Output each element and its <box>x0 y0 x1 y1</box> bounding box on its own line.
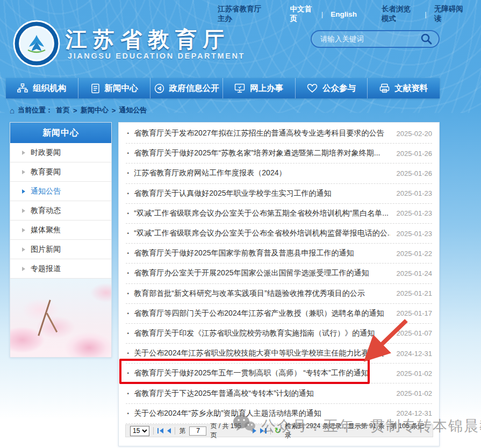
last-page-button[interactable] <box>260 428 267 433</box>
sidebar-item[interactable]: 教育要闻 <box>10 162 111 182</box>
sidebar-news-center: 新闻中心 时政要闻 教育要闻 通知公告 教育动态 媒体 <box>10 122 112 358</box>
search-button[interactable] <box>419 32 433 46</box>
notice-title-link[interactable]: 江苏省教育厅政府网站工作年度报表（2024） <box>134 168 390 178</box>
sidebar-item[interactable]: 专题报道 <box>10 259 111 279</box>
english-link[interactable]: English <box>331 10 357 18</box>
notice-date: 2025-01-07 <box>390 329 432 337</box>
notice-title-link[interactable]: 省教育厅等四部门关于公布2024年江苏省产业教授（兼职）选聘名单的通知 <box>134 309 390 318</box>
notice-title-link[interactable]: 省教育厅关于做好2025年国家学前教育普及普惠县申报工作的通知 <box>134 248 390 258</box>
first-page-button[interactable] <box>157 428 164 433</box>
online-service-icon <box>234 83 245 93</box>
notice-title-link[interactable]: “双减”工作省级联席会议办公室关于公布全省校外培训机构监督举报电话的公... <box>134 229 390 238</box>
next-page-button[interactable] <box>253 428 256 433</box>
sidebar-item-label: 教育要闻 <box>31 167 61 177</box>
magnolia-flower-image <box>10 279 111 357</box>
notice-title-link[interactable]: 关于公布2024年江苏省职业院校技能大赛中等职业学校班主任能力比赛获奖 <box>134 349 390 358</box>
triangle-bullet-icon <box>22 228 25 232</box>
sidebar-item[interactable]: 教育动态 <box>10 201 111 221</box>
search-icon <box>420 39 433 47</box>
breadcrumb-sep: > <box>112 106 116 115</box>
breadcrumb-notices[interactable]: 通知公告 <box>119 105 147 115</box>
notice-row: · 关于公布2024年“苏乡永助”资助育人主题活动结果的通知 2024-12-3… <box>126 404 432 424</box>
breadcrumb-news-center[interactable]: 新闻中心 <box>81 105 109 115</box>
notice-title-link[interactable]: 教育部首批“新文科研究与改革实践项目”结题验收推荐优秀项目的公示 <box>134 289 390 298</box>
notice-row: · 省教育厅关于做好2025年国家学前教育普及普惠县申报工作的通知 2025-0… <box>126 244 432 264</box>
divider <box>175 427 175 435</box>
notice-date: 2024-12-31 <box>390 409 432 417</box>
prev-page-button[interactable] <box>167 428 171 433</box>
nav-item-news-center[interactable]: 新闻中心 <box>78 78 151 98</box>
sidebar-item[interactable]: 媒体聚焦 <box>10 221 111 240</box>
page-size-select[interactable]: 15 <box>130 426 149 436</box>
sidebar-item-label: 媒体聚焦 <box>31 225 61 235</box>
department-emblem-logo <box>13 20 60 69</box>
home-icon: ⌂ <box>10 106 15 115</box>
refresh-icon[interactable]: ↻ <box>275 426 282 436</box>
nav-item-documents[interactable]: 文献资料 <box>368 78 440 98</box>
divider: | <box>321 10 324 18</box>
nav-label: 文献资料 <box>394 83 428 94</box>
archive-icon <box>379 83 390 93</box>
notice-row: · 江苏省教育厅政府网站工作年度报表（2024） 2025-01-26 <box>126 163 432 183</box>
elder-mode-link[interactable]: 长者浏览模式 <box>382 4 417 24</box>
sidebar-item-label: 通知公告 <box>31 187 61 196</box>
notice-title-link[interactable]: 省教育厅关于认真做好2025年职业学校学生实习工作的通知 <box>134 189 390 198</box>
triangle-bullet-icon <box>22 209 25 213</box>
bullet-icon: · <box>127 148 130 158</box>
notice-title-link[interactable]: 省教育厅关于做好2025年五年一贯制高职（高师） “专转本”工作的通知 <box>134 368 390 378</box>
breadcrumb: ⌂ 当前位置： 首页 > 新闻中心 > 通知公告 <box>10 105 147 115</box>
notice-date: 2024-12-31 <box>390 350 432 358</box>
record-summary: 检索到 2924 条记录，显示第 91 条 - 第 105 条记录 <box>285 422 428 440</box>
breadcrumb-home[interactable]: 首页 <box>56 105 70 115</box>
notice-title-link[interactable]: 省教育厅办公室关于开展2025年国家公派出国留学选派受理工作的通知 <box>134 268 390 278</box>
nav-label: 政府信息公开 <box>169 83 219 94</box>
notice-row: · 省教育厅关于下达2025年普通高校“专转本”计划的通知 2025-01-02 <box>126 383 432 403</box>
bullet-icon: · <box>127 409 130 418</box>
sidebar-item[interactable]: 通知公告 <box>10 182 111 201</box>
bullet-icon: · <box>127 229 130 238</box>
notice-title-link[interactable]: 省教育厅关于印发《江苏省职业院校劳动教育实施指南（试行）》的通知 <box>134 329 390 338</box>
info-disclosure-icon <box>154 83 164 94</box>
nav-label: 组织机构 <box>33 83 66 94</box>
bullet-icon: · <box>127 309 130 318</box>
triangle-bullet-icon <box>22 170 25 174</box>
page-suffix: 页 / 共 195 页 <box>210 422 249 440</box>
bullet-icon: · <box>127 129 130 138</box>
notice-title-link[interactable]: 省教育厅关于做好2025年“苏教名家”培养对象遴选暨第二期培养对象终期... <box>134 148 390 158</box>
chinese-home-link[interactable]: 中文首页 <box>290 4 313 24</box>
site-subtitle: JIANGSU EDUCATION DEPARTMENT <box>68 52 245 60</box>
notice-date: 2025-01-23 <box>390 230 432 238</box>
notice-title-link[interactable]: “双减”工作省级联席会议办公室关于公布第五期全省校外培训机构“黑白名单... <box>134 209 390 218</box>
host-link[interactable]: 江苏省教育厅主办 <box>218 4 265 24</box>
notice-date: 2025-01-23 <box>390 209 432 217</box>
triangle-bullet-icon <box>22 189 25 194</box>
nav-label: 新闻中心 <box>105 83 138 94</box>
sidebar-item[interactable]: 图片新闻 <box>10 240 111 259</box>
notice-row: · 省教育厅办公室关于开展2025年国家公派出国留学选派受理工作的通知 2025… <box>126 264 432 283</box>
primary-nav: 组织机构 新闻中心 政府信息公开 网上办事 <box>6 78 440 98</box>
nav-item-organization[interactable]: 组织机构 <box>6 78 78 98</box>
search-input[interactable] <box>320 35 419 43</box>
bullet-icon: · <box>127 368 130 378</box>
accessibility-link[interactable]: 无障碍阅读 <box>434 4 464 24</box>
notice-date: 2025-02-20 <box>390 130 432 138</box>
notice-row: · 省教育厅关于做好2025年五年一贯制高职（高师） “专转本”工作的通知 20… <box>126 364 432 383</box>
notice-title-link[interactable]: 省教育厅关于发布2027年拟在江苏招生的普通高校专业选考科目要求的公告 <box>134 129 390 138</box>
notice-list-panel: · 省教育厅关于发布2027年拟在江苏招生的普通高校专业选考科目要求的公告 20… <box>118 122 440 446</box>
divider <box>270 427 271 435</box>
triangle-bullet-icon <box>22 267 25 271</box>
sidebar-item[interactable]: 时政要闻 <box>10 143 111 162</box>
nav-item-public-participation[interactable]: 公众参与 <box>296 78 368 98</box>
page-number-input[interactable] <box>189 426 206 436</box>
bullet-icon: · <box>127 189 130 198</box>
notice-date: 2025-01-02 <box>390 389 432 397</box>
triangle-bullet-icon <box>22 151 25 155</box>
bullet-icon: · <box>127 168 130 178</box>
nav-item-gov-info[interactable]: 政府信息公开 <box>150 78 223 98</box>
bullet-icon: · <box>127 349 130 358</box>
sidebar-title: 新闻中心 <box>10 123 111 143</box>
notice-title-link[interactable]: 省教育厅关于下达2025年普通高校“专转本”计划的通知 <box>134 389 390 399</box>
notice-title-link[interactable]: 关于公布2024年“苏乡永助”资助育人主题活动结果的通知 <box>134 409 390 418</box>
site-title: 江苏省教育厅 <box>66 25 230 54</box>
nav-item-online-service[interactable]: 网上办事 <box>223 78 296 98</box>
